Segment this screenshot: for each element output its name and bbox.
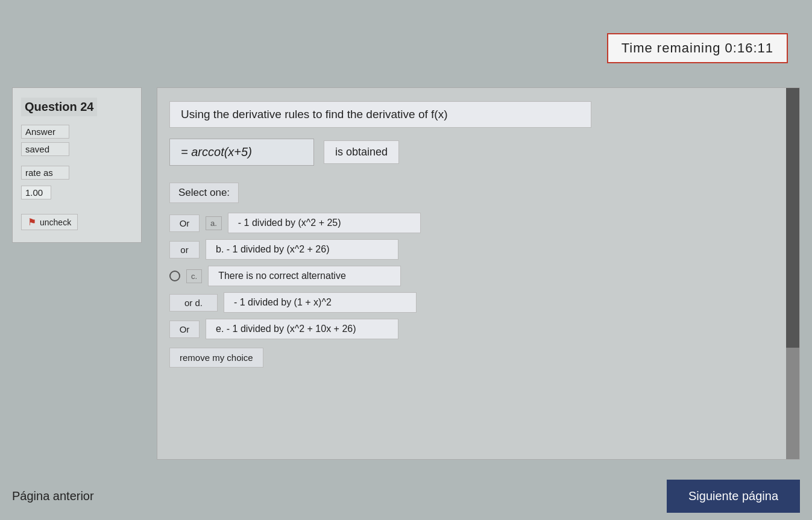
option-prefix-e: Or (169, 321, 200, 338)
answer-label: Answer (21, 125, 69, 139)
option-prefix-a: Or (169, 215, 200, 232)
timer-box: Time remaining 0:16:11 (607, 33, 788, 63)
option-text-b[interactable]: b. - 1 divided by (x^2 + 26) (206, 239, 398, 260)
scrollbar[interactable] (786, 88, 799, 459)
rate-value: 1.00 (21, 186, 51, 199)
option-prefix-d: or d. (169, 294, 218, 312)
bottom-nav: Página anterior Siguiente página (0, 472, 812, 520)
sidebar: Question 24 Answer saved rate as 1.00 ⚑ … (12, 87, 142, 243)
option-row-e: Or e. - 1 divided by (x^2 + 10x + 26) (169, 319, 775, 339)
remove-choice-button[interactable]: remove my choice (169, 348, 263, 368)
options-list: Or a. - 1 divided by (x^2 + 25) or b. - … (169, 213, 775, 339)
option-text-e[interactable]: e. - 1 divided by (x^2 + 10x + 26) (206, 319, 398, 339)
question-text: Using the derivative rules to find the d… (169, 101, 591, 128)
option-row-d: or d. - 1 divided by (1 + x)^2 (169, 292, 775, 313)
next-page-button[interactable]: Siguiente página (667, 480, 800, 513)
option-badge-c: c. (186, 269, 202, 283)
rate-label: rate as (21, 166, 69, 180)
option-row-c: c. There is no correct alternative (169, 266, 775, 286)
uncheck-button[interactable]: ⚑ uncheck (21, 214, 78, 230)
prev-page-button[interactable]: Página anterior (12, 489, 94, 503)
flag-icon: ⚑ (28, 216, 36, 228)
question-number: Question 24 (21, 98, 97, 116)
timer-text: Time remaining 0:16:11 (622, 40, 773, 55)
option-text-d[interactable]: - 1 divided by (1 + x)^2 (224, 292, 417, 313)
option-prefix-b: or (169, 241, 200, 258)
option-text-a[interactable]: - 1 divided by (x^2 + 25) (228, 213, 421, 233)
scrollbar-thumb (786, 88, 799, 348)
option-row-a: Or a. - 1 divided by (x^2 + 25) (169, 213, 775, 233)
option-row-b: or b. - 1 divided by (x^2 + 26) (169, 239, 775, 260)
select-one-label: Select one: (169, 183, 239, 203)
saved-label: saved (21, 142, 69, 156)
main-panel: Using the derivative rules to find the d… (157, 87, 800, 460)
uncheck-label: uncheck (40, 218, 71, 227)
option-badge-a: a. (206, 216, 222, 230)
is-obtained-text: is obtained (324, 140, 399, 164)
formula-row: = arccot(x+5) is obtained (169, 139, 775, 166)
main-content: Using the derivative rules to find the d… (157, 88, 799, 459)
option-radio-c[interactable] (169, 271, 180, 281)
option-text-c[interactable]: There is no correct alternative (208, 266, 401, 286)
formula-box: = arccot(x+5) (169, 139, 314, 166)
